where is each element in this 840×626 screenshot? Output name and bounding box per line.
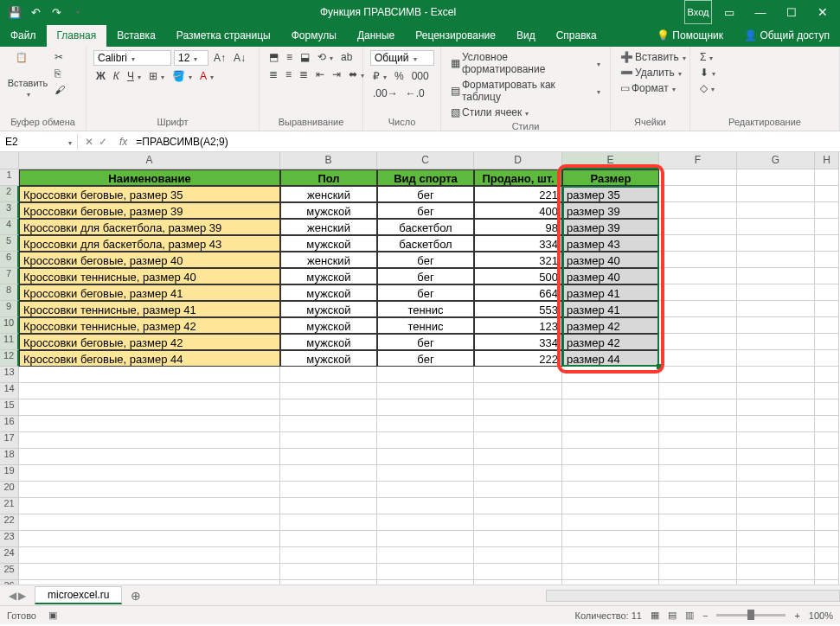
cell-G23[interactable] (737, 531, 815, 547)
row-header-21[interactable]: 21 (0, 498, 19, 514)
shrink-font-button[interactable]: A↓ (231, 50, 248, 66)
cell-A13[interactable] (19, 367, 280, 383)
undo-icon[interactable]: ↶ (28, 4, 43, 20)
cell-B26[interactable] (280, 580, 377, 584)
col-header-D[interactable]: D (474, 152, 562, 169)
login-button[interactable]: Вход (684, 0, 712, 24)
row-header-11[interactable]: 11 (0, 334, 19, 350)
cell-B8[interactable]: мужской (280, 284, 377, 301)
decrease-decimal-button[interactable]: ←.0 (403, 86, 427, 100)
cell-H25[interactable] (815, 564, 839, 580)
cell-H26[interactable] (815, 580, 839, 584)
cell-G7[interactable] (737, 268, 815, 284)
cell-H16[interactable] (815, 416, 839, 432)
cell-A26[interactable] (19, 580, 280, 584)
cell-F4[interactable] (659, 219, 737, 235)
row-header-3[interactable]: 3 (0, 202, 19, 219)
cell-F7[interactable] (659, 268, 737, 284)
cell-A18[interactable] (19, 449, 280, 465)
cell-D17[interactable] (474, 432, 562, 449)
cell-G22[interactable] (737, 514, 815, 531)
cell-H10[interactable] (815, 317, 839, 334)
col-header-G[interactable]: G (737, 152, 815, 169)
align-bottom-button[interactable]: ⬓ (298, 50, 312, 64)
italic-button[interactable]: К (111, 69, 122, 83)
cell-G4[interactable] (737, 219, 815, 235)
cell-E4[interactable]: размер 39 (562, 219, 659, 235)
tab-help[interactable]: Справка (546, 25, 607, 47)
view-page-layout-icon[interactable]: ▤ (668, 610, 676, 621)
cell-A4[interactable]: Кроссовки для баскетбола, размер 39 (19, 219, 280, 235)
tab-layout[interactable]: Разметка страницы (166, 25, 281, 47)
row-header-18[interactable]: 18 (0, 449, 19, 465)
cell-G1[interactable] (737, 169, 815, 186)
cell-E3[interactable]: размер 39 (562, 202, 659, 219)
cell-E18[interactable] (562, 449, 659, 465)
row-header-16[interactable]: 16 (0, 416, 19, 432)
cell-C2[interactable]: бег (377, 186, 474, 202)
cut-button[interactable]: ✂ (52, 50, 67, 64)
cell-D11[interactable]: 334 (474, 334, 562, 350)
cell-D3[interactable]: 400 (474, 202, 562, 219)
cell-C10[interactable]: теннис (377, 317, 474, 334)
cell-F2[interactable] (659, 186, 737, 202)
cell-G16[interactable] (737, 416, 815, 432)
cell-B24[interactable] (280, 547, 377, 564)
cell-E23[interactable] (562, 531, 659, 547)
cell-D20[interactable] (474, 482, 562, 498)
cell-F11[interactable] (659, 334, 737, 350)
cell-H3[interactable] (815, 202, 839, 219)
row-header-2[interactable]: 2 (0, 186, 19, 202)
fill-color-button[interactable]: 🪣 (170, 69, 195, 83)
cell-H12[interactable] (815, 350, 839, 367)
cell-E6[interactable]: размер 40 (562, 252, 659, 268)
cell-G26[interactable] (737, 580, 815, 584)
cancel-formula-icon[interactable]: ✕ (85, 136, 93, 148)
name-box[interactable]: E2 (0, 134, 78, 150)
cell-G10[interactable] (737, 317, 815, 334)
row-header-19[interactable]: 19 (0, 465, 19, 482)
cell-E12[interactable]: размер 44 (562, 350, 659, 367)
cell-B16[interactable] (280, 416, 377, 432)
row-header-1[interactable]: 1 (0, 169, 19, 186)
cell-C9[interactable]: теннис (377, 301, 474, 317)
cell-D8[interactable]: 664 (474, 284, 562, 301)
confirm-formula-icon[interactable]: ✓ (99, 136, 107, 148)
cell-B22[interactable] (280, 514, 377, 531)
maximize-icon[interactable]: ☐ (778, 0, 805, 24)
cell-H8[interactable] (815, 284, 839, 301)
bold-button[interactable]: Ж (93, 69, 108, 83)
cell-B25[interactable] (280, 564, 377, 580)
cell-C12[interactable]: бег (377, 350, 474, 367)
cell-A25[interactable] (19, 564, 280, 580)
cell-D22[interactable] (474, 514, 562, 531)
cell-B9[interactable]: мужской (280, 301, 377, 317)
cell-E16[interactable] (562, 416, 659, 432)
cell-B3[interactable]: мужской (280, 202, 377, 219)
cell-D9[interactable]: 553 (474, 301, 562, 317)
cell-C15[interactable] (377, 399, 474, 416)
cell-D5[interactable]: 334 (474, 235, 562, 252)
cell-B1[interactable]: Пол (280, 169, 377, 186)
underline-button[interactable]: Ч (125, 69, 144, 83)
cell-A2[interactable]: Кроссовки беговые, размер 35 (19, 186, 280, 202)
cell-D7[interactable]: 500 (474, 268, 562, 284)
cell-G19[interactable] (737, 465, 815, 482)
format-as-table-button[interactable]: ▤ Форматировать как таблицу (448, 78, 603, 104)
cell-A19[interactable] (19, 465, 280, 482)
cell-H5[interactable] (815, 235, 839, 252)
cell-G18[interactable] (737, 449, 815, 465)
font-name-combo[interactable]: Calibri (93, 50, 171, 66)
cell-B14[interactable] (280, 383, 377, 399)
cell-E17[interactable] (562, 432, 659, 449)
cell-C19[interactable] (377, 465, 474, 482)
cell-C22[interactable] (377, 514, 474, 531)
cell-F8[interactable] (659, 284, 737, 301)
cell-F25[interactable] (659, 564, 737, 580)
cell-C5[interactable]: баскетбол (377, 235, 474, 252)
cell-B21[interactable] (280, 498, 377, 514)
cell-B17[interactable] (280, 432, 377, 449)
cell-E20[interactable] (562, 482, 659, 498)
cell-C8[interactable]: бег (377, 284, 474, 301)
cell-C14[interactable] (377, 383, 474, 399)
